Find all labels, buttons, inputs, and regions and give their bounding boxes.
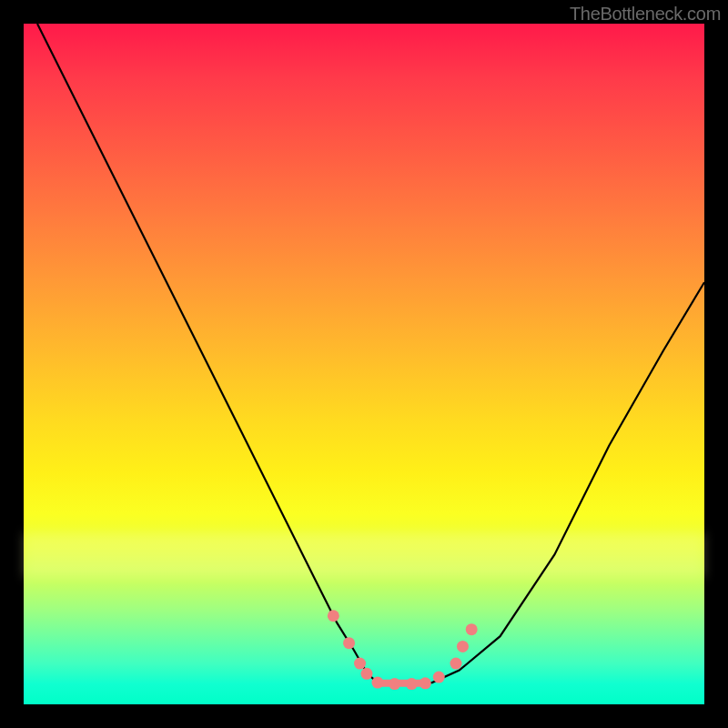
marker-right-mid [450, 658, 461, 670]
marker-flat-3 [406, 678, 418, 690]
bottleneck-curve [37, 24, 704, 684]
marker-flat-1 [371, 677, 383, 689]
bottleneck-curve-svg [24, 24, 704, 704]
marker-left-low2 [360, 668, 372, 680]
marker-right-upper1 [457, 641, 469, 652]
marker-right-low [433, 672, 445, 683]
marker-left-mid [343, 637, 355, 649]
marker-flat-4 [420, 677, 431, 689]
marker-left-upper [328, 610, 339, 622]
marker-flat-2 [389, 678, 400, 690]
marker-left-low1 [354, 658, 366, 670]
marker-dots-group [328, 610, 478, 690]
marker-right-upper2 [466, 623, 478, 635]
chart-frame [24, 24, 704, 704]
watermark-text: TheBottleneck.com [570, 4, 721, 25]
